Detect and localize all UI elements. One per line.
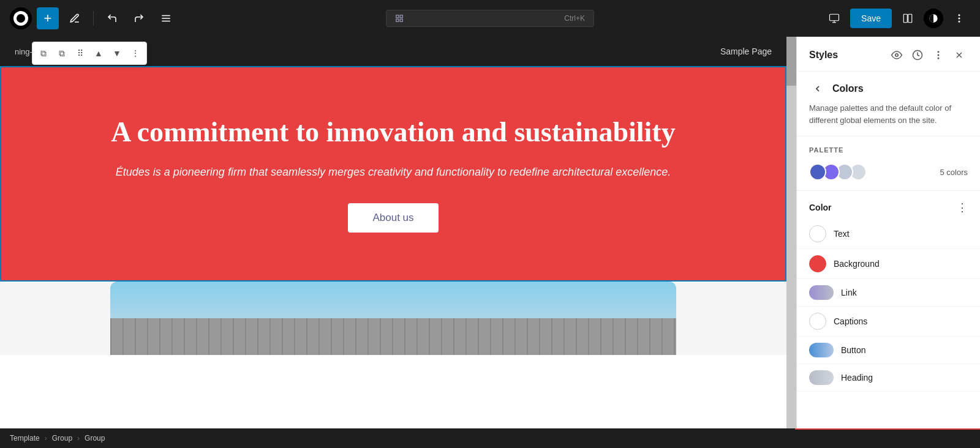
svg-rect-16 (110, 282, 676, 355)
list-view-button[interactable] (155, 7, 177, 29)
svg-point-29 (938, 58, 939, 59)
inner-copy-button[interactable]: ⧉ (53, 45, 70, 62)
color-section-title: Color (809, 203, 832, 212)
panel-title: Styles (809, 50, 838, 61)
hero-section: A commitment to innovation and sustainab… (0, 66, 786, 282)
svg-point-28 (938, 54, 939, 56)
hero-subtitle: Études is a pioneering firm that seamles… (24, 163, 762, 181)
hero-title: A commitment to innovation and sustainab… (24, 115, 762, 149)
back-button[interactable] (809, 80, 826, 97)
breadcrumb-sep-2: › (77, 434, 80, 442)
svg-point-14 (959, 18, 960, 19)
block-toolbar: ⧉ ⧉ ⠿ ▲ ▼ ⋮ (32, 42, 147, 65)
canvas-scrollbar[interactable] (786, 37, 796, 428)
scrollbar-thumb[interactable] (786, 37, 796, 86)
breadcrumb-template[interactable]: Template (10, 434, 40, 442)
colors-title: Colors (832, 83, 864, 94)
more-options-button[interactable] (948, 7, 970, 29)
hero-container: A commitment to innovation and sustainab… (0, 66, 786, 282)
svg-point-13 (959, 15, 960, 16)
colors-header: Colors (797, 72, 980, 102)
breadcrumb-sep-1: › (45, 434, 47, 442)
color-row-text[interactable]: Text (797, 219, 980, 249)
toolbar-divider-1 (93, 11, 94, 26)
drag-handle[interactable]: ⠿ (72, 45, 89, 62)
svg-rect-19 (110, 324, 676, 326)
svg-rect-21 (110, 335, 676, 337)
svg-rect-18 (110, 319, 676, 321)
building-image (110, 282, 676, 355)
copy-block-button[interactable]: ⧉ (35, 45, 52, 62)
palette-section-label: PALETTE (797, 136, 980, 159)
svg-rect-4 (400, 15, 402, 18)
swatch-blue[interactable] (809, 163, 826, 181)
svg-rect-7 (830, 14, 839, 21)
add-block-button[interactable]: + (37, 7, 59, 29)
svg-rect-10 (903, 14, 907, 23)
split-view-button[interactable] (897, 7, 919, 29)
text-color-swatch[interactable] (809, 225, 826, 242)
color-row-button[interactable]: Button (797, 337, 980, 364)
device-preview-button[interactable] (823, 7, 845, 29)
svg-rect-5 (396, 19, 399, 21)
link-color-toggle[interactable] (809, 285, 834, 300)
preview-icon-button[interactable] (888, 47, 905, 64)
panel-header-icons (888, 47, 968, 64)
svg-rect-11 (908, 14, 912, 23)
canvas-area: ⧉ ⧉ ⠿ ▲ ▼ ⋮ ning-bb7c24.instawp.xyz Samp… (0, 37, 796, 428)
svg-rect-17 (110, 318, 676, 355)
search-bar[interactable]: Ctrl+K (386, 10, 594, 27)
background-color-label: Background (834, 259, 880, 269)
heading-color-label: Heading (841, 373, 873, 383)
palette-count: 5 colors (940, 168, 968, 177)
svg-rect-24 (110, 349, 676, 351)
palette-swatches[interactable] (809, 163, 867, 181)
main-area: ⧉ ⧉ ⠿ ▲ ▼ ⋮ ning-bb7c24.instawp.xyz Samp… (0, 37, 980, 428)
panel-close-button[interactable] (951, 47, 968, 64)
svg-rect-23 (110, 345, 676, 346)
color-row-captions[interactable]: Captions (797, 307, 980, 337)
move-down-button[interactable]: ▼ (108, 45, 126, 62)
nav-page: Sample Page (720, 47, 772, 56)
panel-more-button[interactable] (930, 47, 947, 64)
save-button[interactable]: Save (850, 9, 892, 28)
history-icon-button[interactable] (909, 47, 926, 64)
search-shortcut: Ctrl+K (564, 14, 585, 23)
button-color-label: Button (841, 345, 865, 355)
wp-logo[interactable] (10, 7, 32, 29)
captions-color-label: Captions (834, 316, 867, 326)
button-color-toggle[interactable] (809, 343, 834, 357)
redo-button[interactable] (128, 7, 150, 29)
svg-rect-3 (396, 15, 399, 18)
top-toolbar: + Ctrl+K Save (0, 0, 980, 37)
move-up-button[interactable]: ▲ (90, 45, 107, 62)
dark-mode-button[interactable] (924, 9, 943, 28)
edit-mode-button[interactable] (64, 7, 86, 29)
svg-point-27 (938, 51, 939, 53)
color-row-heading[interactable]: Heading (797, 364, 980, 392)
styles-panel: Styles Colors M (796, 37, 980, 428)
breadcrumb-group-1[interactable]: Group (52, 434, 72, 442)
svg-point-25 (895, 54, 899, 57)
heading-color-toggle[interactable] (809, 370, 834, 385)
captions-color-swatch[interactable] (809, 313, 826, 330)
text-color-label: Text (834, 229, 850, 239)
breadcrumb-group-2[interactable]: Group (85, 434, 105, 442)
color-section-more-button[interactable]: ⋮ (957, 201, 968, 214)
svg-rect-20 (110, 329, 676, 331)
panel-header: Styles (797, 37, 980, 72)
undo-button[interactable] (101, 7, 123, 29)
color-row-link[interactable]: Link (797, 279, 980, 307)
right-toolbar: Save (823, 7, 970, 29)
colors-description: Manage palettes and the default color of… (797, 102, 980, 136)
editor-frame: ning-bb7c24.instawp.xyz Sample Page A co… (0, 37, 786, 428)
about-us-button[interactable]: About us (348, 203, 438, 233)
color-row-background[interactable]: Background (797, 249, 980, 279)
svg-point-15 (959, 21, 960, 23)
background-color-swatch[interactable] (809, 255, 826, 272)
block-more-button[interactable]: ⋮ (127, 45, 144, 62)
building-section (0, 282, 786, 355)
svg-rect-6 (400, 19, 402, 21)
color-section-header: Color ⋮ (797, 190, 980, 219)
breadcrumb-bar: Template › Group › Group (0, 428, 980, 448)
